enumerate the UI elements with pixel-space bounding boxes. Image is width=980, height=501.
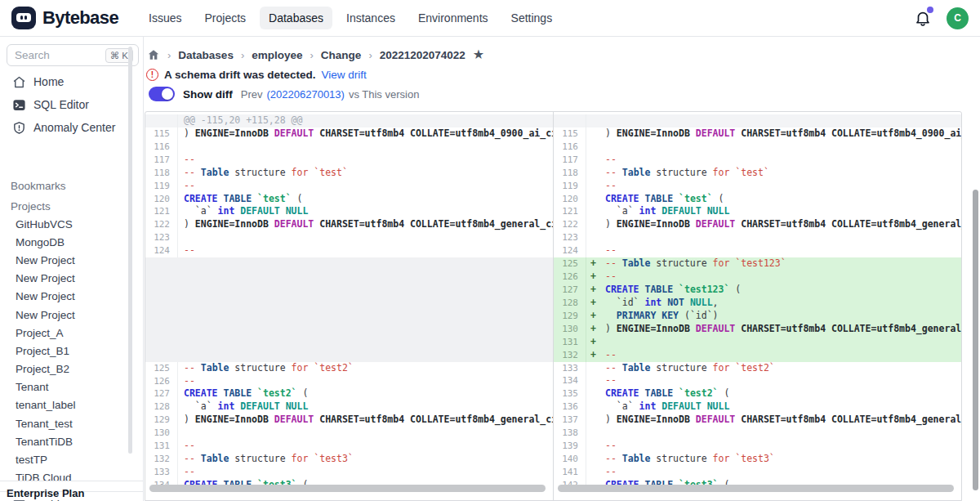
bytebase-logo[interactable]: Bytebase — [0, 7, 118, 29]
code-text: -- Table structure for `test2` — [178, 362, 553, 375]
sidebar-project-item[interactable]: MongoDB — [0, 233, 131, 251]
sidebar-project-item[interactable]: testTP — [0, 450, 131, 468]
nav-item-settings[interactable]: Settings — [502, 7, 562, 29]
diff-line: 138 — [554, 427, 961, 440]
diff-line: 130+) ENGINE=InnoDB DEFAULT CHARSET=utf8… — [554, 323, 961, 336]
diff-line-prefix — [586, 154, 599, 167]
nav-item-environments[interactable]: Environments — [409, 7, 497, 29]
page-scrollbar[interactable] — [973, 190, 978, 490]
avatar[interactable]: C — [947, 7, 969, 29]
code-text: ) ENGINE=InnoDB DEFAULT CHARSET=utf8mb4 … — [178, 127, 553, 141]
sidebar-project-item[interactable]: TiDB Cloud — [0, 469, 131, 487]
diff-line: 130 — [145, 427, 553, 440]
sidebar-project-item[interactable]: Project_A — [0, 324, 131, 342]
code-text: -- — [599, 466, 961, 479]
code-text: -- — [178, 244, 553, 257]
breadcrumb-item[interactable]: 20221202074022 — [380, 49, 466, 61]
hunk-header-text: @@ -115,20 +115,28 @@ — [178, 114, 553, 127]
horizontal-scrollbar[interactable] — [149, 485, 546, 492]
sidebar-item-anomaly-center[interactable]: Anomaly Center — [0, 116, 131, 139]
sidebar-item-sql-editor[interactable]: SQL Editor — [0, 93, 131, 116]
diff-line-prefix — [586, 205, 599, 218]
diff-line-prefix — [586, 231, 599, 244]
diff-line: 118-- Table structure for `test` — [554, 167, 961, 180]
line-number: 132 — [554, 349, 586, 362]
show-diff-toggle[interactable] — [149, 87, 175, 101]
sidebar-project-item[interactable]: New Project — [0, 251, 131, 269]
diff-pane-current[interactable]: 115) ENGINE=InnoDB DEFAULT CHARSET=utf8m… — [553, 112, 961, 500]
code-text: -- Table structure for `test3` — [178, 453, 553, 466]
home-icon[interactable] — [147, 48, 160, 61]
bookmark-star-icon[interactable]: ★ — [473, 48, 484, 61]
breadcrumb-separator: › — [368, 49, 372, 61]
breadcrumb-item[interactable]: employee — [252, 49, 302, 61]
sidebar-project-item[interactable]: Tenant_test — [0, 414, 131, 432]
sidebar-project-item[interactable]: Project_B2 — [0, 360, 131, 378]
diff-line: 128+ `id` int NOT NULL, — [554, 297, 961, 310]
schema-drift-banner: ! A schema drift was detected. View drif… — [146, 69, 367, 81]
prev-version-link[interactable]: (202206270013) — [266, 88, 344, 101]
sidebar-project-item[interactable]: GitHubVCS — [0, 215, 131, 233]
sidebar-project-item[interactable]: New Project — [0, 270, 131, 288]
code-text: CREATE TABLE `test123` ( — [599, 284, 961, 297]
line-number: 117 — [145, 154, 178, 167]
sidebar-item-label: SQL Editor — [33, 98, 89, 111]
line-number: 125 — [145, 362, 178, 375]
nav-item-issues[interactable]: Issues — [140, 7, 190, 29]
nav-item-databases[interactable]: Databases — [260, 7, 332, 29]
diff-line: 139-- — [554, 440, 961, 453]
diff-pane-previous[interactable]: @@ -115,20 +115,28 @@115) ENGINE=InnoDB … — [145, 112, 553, 500]
code-text: -- — [599, 440, 961, 453]
diff-toggle-row: Show diff Prev (202206270013) vs This ve… — [149, 87, 419, 101]
line-number: 134 — [554, 374, 586, 387]
sidebar-project-item[interactable]: New Project — [0, 288, 131, 306]
diff-line-prefix: + — [586, 336, 599, 349]
sidebar-scrollbar[interactable] — [128, 47, 132, 454]
sidebar-project-item[interactable]: Project_B1 — [0, 342, 131, 360]
diff-line: 127CREATE TABLE `test2` ( — [145, 387, 553, 400]
breadcrumb-item[interactable]: Databases — [178, 49, 234, 61]
breadcrumb-separator: › — [310, 49, 314, 61]
diff-line-prefix: + — [586, 271, 599, 284]
code-text: -- Table structure for `test` — [178, 167, 553, 180]
line-number: 116 — [554, 141, 586, 154]
diff-line: 122) ENGINE=InnoDB DEFAULT CHARSET=utf8m… — [145, 218, 553, 231]
line-number: 115 — [554, 127, 586, 141]
line-number: 122 — [554, 218, 586, 231]
breadcrumb: ›Databases›employee›Change›2022120207402… — [147, 48, 484, 61]
diff-line: 129+ PRIMARY KEY (`id`) — [554, 310, 961, 323]
code-text: `a` int DEFAULT NULL — [178, 400, 553, 414]
code-text: `id` int NOT NULL, — [599, 297, 961, 310]
sidebar-item-home[interactable]: Home — [0, 70, 131, 93]
code-text: CREATE TABLE `test` ( — [178, 193, 553, 206]
code-text: CREATE TABLE `test2` ( — [599, 387, 961, 400]
diff-line-prefix — [586, 453, 599, 466]
nav-item-instances[interactable]: Instances — [337, 7, 404, 29]
notifications-button[interactable] — [914, 9, 932, 27]
search-input[interactable]: Search ⌘ K — [7, 44, 139, 66]
diff-line-prefix — [586, 427, 599, 440]
breadcrumb-item[interactable]: Change — [321, 49, 362, 61]
search-placeholder: Search — [15, 49, 105, 61]
code-text: -- Table structure for `test2` — [599, 362, 961, 375]
horizontal-scrollbar[interactable] — [558, 485, 954, 492]
sidebar-project-item[interactable]: Tenant — [0, 378, 131, 396]
sidebar-project-item[interactable]: TenantTiDB — [0, 432, 131, 450]
code-text: ) ENGINE=InnoDB DEFAULT CHARSET=utf8mb4 … — [178, 218, 553, 231]
sidebar-project-item[interactable]: tenant_label — [0, 396, 131, 414]
diff-line: 121 `a` int DEFAULT NULL — [554, 205, 961, 218]
diff-line: 119-- — [145, 180, 553, 193]
diff-line: 124-- — [554, 244, 961, 257]
nav-item-projects[interactable]: Projects — [196, 7, 256, 29]
diff-line: 126+-- — [554, 271, 961, 284]
view-drift-link[interactable]: View drift — [322, 69, 367, 81]
terminal-icon — [12, 98, 26, 112]
diff-line-prefix: + — [586, 284, 599, 297]
code-text: -- — [599, 244, 961, 257]
code-text: -- — [599, 349, 961, 362]
bytebase-logo-icon — [11, 7, 36, 29]
sidebar-project-item[interactable]: New Project — [0, 306, 131, 324]
code-text: ) ENGINE=InnoDB DEFAULT CHARSET=utf8mb4 … — [599, 414, 961, 427]
code-text: CREATE TABLE `test2` ( — [178, 387, 553, 400]
diff-line: 134-- — [554, 374, 961, 387]
